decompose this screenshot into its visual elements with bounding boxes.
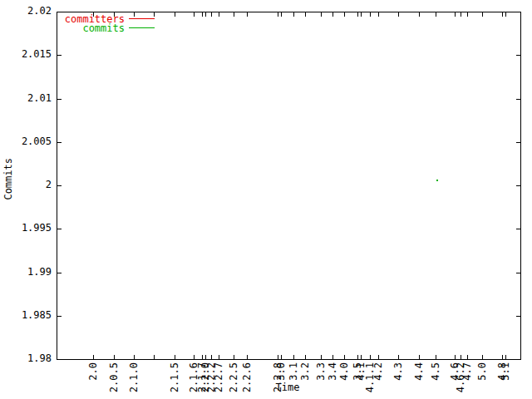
x-tick-top (278, 12, 278, 17)
x-tick-label: 3.0 (276, 362, 286, 381)
x-tick-label: 2.2.5 (229, 362, 239, 392)
y-tick-label: 2.015 (0, 49, 52, 60)
data-point-commits (436, 180, 438, 181)
y-tick-left (57, 273, 62, 273)
x-tick-top (419, 12, 420, 17)
x-tick-bottom (205, 355, 206, 359)
y-tick-left (57, 229, 62, 229)
x-tick-bottom (467, 355, 468, 359)
x-tick-label: 2.2.6 (242, 362, 252, 392)
x-axis-title: Time (0, 382, 532, 393)
x-tick-top (175, 12, 175, 17)
x-tick-top (344, 12, 345, 17)
x-tick-top (194, 12, 195, 17)
x-tick-top (398, 12, 399, 17)
x-tick-bottom (436, 355, 436, 359)
x-tick-label: 2.2.7 (214, 362, 224, 392)
y-tick-right (516, 55, 520, 56)
x-tick-bottom (211, 355, 212, 359)
y-tick-right (516, 229, 520, 229)
x-tick-top (321, 12, 322, 17)
x-tick-bottom (154, 355, 155, 359)
x-tick-bottom (202, 355, 203, 359)
y-tick-left (57, 12, 62, 12)
x-tick-bottom (305, 355, 306, 359)
x-tick-top (247, 12, 248, 17)
chart-canvas: Commits Time 1.981.9851.991.99522.0052.0… (0, 0, 532, 399)
x-tick-bottom (321, 355, 322, 359)
y-tick-left (57, 359, 62, 360)
y-tick-label: 2.01 (0, 93, 52, 104)
x-tick-label: 4.2 (373, 362, 383, 381)
x-tick-bottom (281, 355, 282, 359)
plot-area-border (57, 12, 521, 360)
x-tick-label: 5.0 (477, 362, 487, 381)
x-tick-label: 4.0 (339, 362, 349, 381)
x-tick-top (455, 12, 456, 17)
x-tick-label: 4.3 (393, 362, 403, 381)
x-tick-top (370, 12, 371, 17)
x-tick-bottom (194, 355, 195, 359)
x-tick-label: 3.4 (328, 362, 337, 381)
x-tick-bottom (234, 355, 234, 359)
x-tick-top (154, 12, 155, 17)
y-tick-label: 2.005 (0, 136, 52, 147)
y-tick-left (57, 99, 62, 100)
x-tick-top (202, 12, 203, 17)
x-tick-label: 5.1 (500, 362, 510, 381)
x-tick-label: 3.1 (288, 362, 298, 381)
x-tick-top (293, 12, 294, 17)
x-tick-top (332, 12, 333, 17)
x-tick-bottom (482, 355, 483, 359)
x-tick-top (467, 12, 468, 17)
x-tick-top (281, 12, 282, 17)
x-tick-top (205, 12, 206, 17)
x-tick-bottom (219, 355, 219, 359)
x-tick-top (305, 12, 306, 17)
x-tick-label: 2.1.5 (170, 362, 180, 392)
y-tick-label: 1.99 (0, 267, 52, 278)
x-tick-bottom (344, 355, 345, 359)
x-tick-top (219, 12, 219, 17)
x-tick-bottom (461, 355, 461, 359)
x-tick-bottom (247, 355, 248, 359)
x-tick-bottom (419, 355, 420, 359)
x-tick-bottom (357, 355, 358, 359)
x-tick-label: 4.5 (431, 362, 441, 381)
y-tick-right (516, 273, 520, 273)
x-tick-top (211, 12, 212, 17)
y-tick-right (516, 359, 520, 360)
y-tick-right (516, 142, 520, 143)
x-tick-bottom (502, 355, 503, 359)
x-tick-bottom (398, 355, 399, 359)
legend-line-commits (129, 27, 155, 28)
x-tick-top (357, 12, 358, 17)
x-tick-bottom (361, 355, 362, 359)
y-tick-left (57, 142, 62, 143)
x-tick-bottom (378, 355, 379, 359)
x-tick-bottom (293, 355, 294, 359)
y-tick-left (57, 316, 62, 317)
x-tick-label: 2.0 (88, 362, 98, 381)
x-tick-bottom (134, 355, 135, 359)
y-tick-label: 1.98 (0, 353, 52, 364)
x-tick-top (502, 12, 503, 17)
legend-line-committers (129, 18, 155, 19)
x-tick-top (378, 12, 379, 17)
x-tick-label: 4.7 (462, 362, 472, 381)
y-tick-right (516, 316, 520, 317)
x-tick-label: 2.1.0 (129, 362, 139, 392)
x-tick-bottom (332, 355, 333, 359)
x-tick-label: 3.2 (300, 362, 310, 381)
x-tick-bottom (93, 355, 94, 359)
x-tick-top (234, 12, 234, 17)
y-tick-label: 1.995 (0, 223, 52, 234)
y-tick-label: 2 (0, 180, 52, 190)
x-tick-bottom (114, 355, 115, 359)
x-tick-label: 2.0.5 (109, 362, 119, 392)
y-tick-left (57, 185, 62, 186)
x-tick-bottom (505, 355, 506, 359)
x-tick-label: 4.4 (414, 362, 424, 381)
x-tick-top (505, 12, 506, 17)
y-tick-left (57, 55, 62, 56)
